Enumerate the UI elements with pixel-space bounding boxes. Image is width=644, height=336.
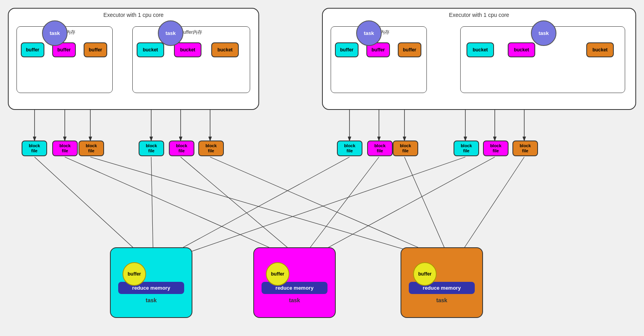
svg-line-34 xyxy=(210,157,436,255)
svg-line-32 xyxy=(314,157,495,255)
svg-line-30 xyxy=(181,157,296,255)
blockfile-orange-4: blockfile xyxy=(512,141,538,156)
executor-label-right: Executor with 1 cpu core xyxy=(449,12,509,18)
bucket-orange-2: bucket xyxy=(586,42,614,57)
reduce-buffer-circle-magenta: buffer xyxy=(266,262,289,286)
task-circle-4: task xyxy=(531,20,556,46)
executor-box-left: Executor with 1 cpu core Buffer内存 buffer… xyxy=(8,8,259,110)
blockfile-cyan-2: blockfile xyxy=(139,141,164,156)
buffer-mem-label-2: Buffer内存 xyxy=(180,29,202,36)
bucket-magenta-1: bucket xyxy=(174,42,201,57)
reduce-task-label-cyan: task xyxy=(146,297,157,303)
reduce-buffer-circle-orange: buffer xyxy=(413,262,437,286)
task-circle-3: task xyxy=(356,20,382,46)
blockfile-cyan-1: blockfile xyxy=(22,141,47,156)
reduce-node-magenta: buffer reduce memory task xyxy=(253,247,336,318)
svg-line-35 xyxy=(404,157,448,255)
bucket-cyan-2: bucket xyxy=(467,42,494,57)
buffer-orange-1: buffer xyxy=(84,42,107,57)
blockfile-orange-3: blockfile xyxy=(393,141,418,156)
svg-line-36 xyxy=(459,157,524,255)
reduce-node-orange: buffer reduce memory task xyxy=(401,247,483,318)
blockfile-orange-1: blockfile xyxy=(79,141,104,156)
bucket-magenta-2: bucket xyxy=(508,42,535,57)
blockfile-magenta-4: blockfile xyxy=(483,141,509,156)
buffer-cyan-2: buffer xyxy=(335,42,359,57)
buffer-orange-2: buffer xyxy=(398,42,421,57)
diagram: Executor with 1 cpu core Buffer内存 buffer… xyxy=(0,0,644,336)
bucket-cyan-1: bucket xyxy=(137,42,164,57)
executor-box-right: Executor with 1 cpu core Buffer内存 buffer… xyxy=(322,8,636,110)
reduce-task-label-magenta: task xyxy=(289,297,300,303)
svg-line-27 xyxy=(169,157,349,255)
inner-box-left-2: Buffer内存 bucket bucket bucket xyxy=(132,26,250,93)
blockfile-cyan-3: blockfile xyxy=(337,141,362,156)
blockfile-magenta-2: blockfile xyxy=(169,141,194,156)
reduce-task-label-orange: task xyxy=(436,297,447,303)
svg-line-25 xyxy=(35,157,141,255)
svg-line-26 xyxy=(151,157,153,255)
blockfile-orange-2: blockfile xyxy=(198,141,224,156)
executor-label-left: Executor with 1 cpu core xyxy=(103,12,163,18)
blockfile-magenta-1: blockfile xyxy=(52,141,78,156)
blockfile-magenta-3: blockfile xyxy=(367,141,393,156)
task-circle-2: task xyxy=(158,20,183,46)
svg-line-28 xyxy=(181,157,465,255)
reduce-buffer-circle-cyan: buffer xyxy=(123,262,146,286)
buffer-cyan-1: buffer xyxy=(21,42,44,57)
reduce-node-cyan: buffer reduce memory task xyxy=(110,247,192,318)
task-circle-1: task xyxy=(42,20,68,46)
svg-line-31 xyxy=(304,157,379,255)
svg-line-29 xyxy=(65,157,287,255)
blockfile-cyan-4: blockfile xyxy=(454,141,479,156)
bucket-orange-1: bucket xyxy=(211,42,239,57)
svg-line-33 xyxy=(90,157,424,255)
